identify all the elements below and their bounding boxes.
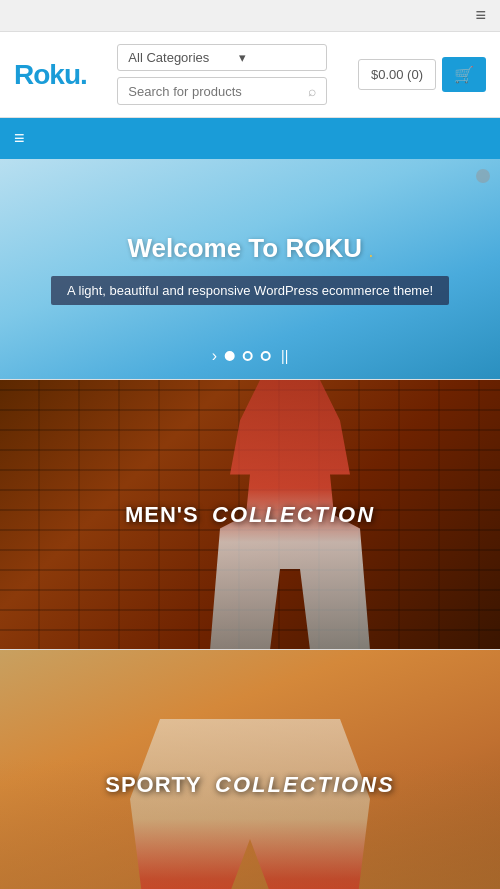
hero-title-dot: . bbox=[369, 246, 372, 260]
sporty-italic-text: COLLECTIONS bbox=[215, 772, 395, 797]
hero-pin bbox=[476, 169, 490, 183]
cart-area: $0.00 (0) 🛒 bbox=[358, 57, 486, 92]
slider-dot-3[interactable] bbox=[261, 351, 271, 361]
chevron-down-icon: ▾ bbox=[239, 50, 246, 65]
header: Roku. All Categories ▾ ⌕ $0.00 (0) 🛒 bbox=[0, 32, 500, 118]
category-select[interactable]: All Categories ▾ bbox=[117, 44, 327, 71]
search-icon[interactable]: ⌕ bbox=[308, 83, 316, 99]
hero-subtitle-text: A light, beautiful and responsive WordPr… bbox=[67, 283, 433, 298]
top-bar: ≡ bbox=[0, 0, 500, 32]
hero-subtitle: A light, beautiful and responsive WordPr… bbox=[51, 276, 449, 305]
hero-title-text: Welcome To ROKU bbox=[127, 233, 362, 263]
nav-bar: ≡ bbox=[0, 118, 500, 159]
nav-hamburger-icon[interactable]: ≡ bbox=[14, 128, 25, 149]
mens-collection-card[interactable]: MEN'S COLLECTION bbox=[0, 379, 500, 649]
cart-amount: $0.00 bbox=[371, 67, 404, 82]
mens-italic-text: COLLECTION bbox=[212, 502, 375, 527]
logo: Roku. bbox=[14, 59, 87, 91]
search-input[interactable] bbox=[128, 84, 308, 99]
slider-pause-button[interactable]: || bbox=[281, 348, 288, 364]
cart-count: (0) bbox=[407, 67, 423, 82]
cart-price: $0.00 (0) bbox=[358, 59, 436, 90]
logo-dot: . bbox=[80, 59, 87, 90]
logo-text: Roku bbox=[14, 59, 80, 90]
sporty-collection-card[interactable]: SPORTY COLLECTIONS bbox=[0, 649, 500, 889]
cart-button[interactable]: 🛒 bbox=[442, 57, 486, 92]
hero-title: Welcome To ROKU . bbox=[127, 233, 372, 264]
category-label: All Categories bbox=[128, 50, 209, 65]
slider-next-arrow[interactable]: › bbox=[212, 347, 217, 365]
slider-controls: › || bbox=[212, 347, 289, 365]
slider-dot-2[interactable] bbox=[243, 351, 253, 361]
sporty-collection-label: SPORTY COLLECTIONS bbox=[105, 772, 395, 798]
mens-main-text: MEN'S bbox=[125, 502, 199, 527]
slider-dot-1[interactable] bbox=[225, 351, 235, 361]
sporty-main-text: SPORTY bbox=[105, 772, 201, 797]
mens-collection-label: MEN'S COLLECTION bbox=[125, 502, 375, 528]
search-bar: ⌕ bbox=[117, 77, 327, 105]
topbar-hamburger-icon[interactable]: ≡ bbox=[475, 5, 486, 26]
hero-slider: Welcome To ROKU . A light, beautiful and… bbox=[0, 159, 500, 379]
header-center: All Categories ▾ ⌕ bbox=[117, 44, 327, 105]
